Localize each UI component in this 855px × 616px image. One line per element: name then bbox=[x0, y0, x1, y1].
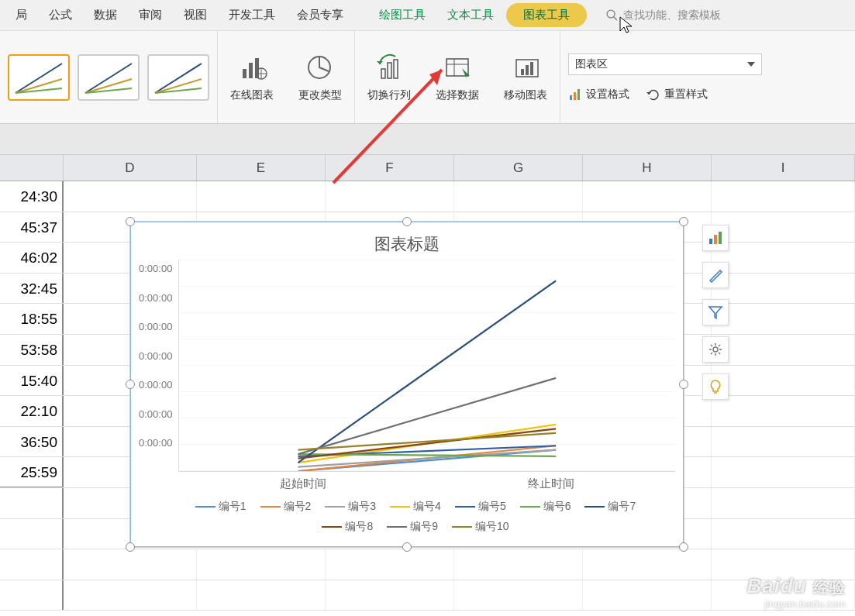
grid-cell[interactable] bbox=[712, 366, 855, 396]
col-header[interactable]: G bbox=[454, 155, 583, 181]
grid-cell[interactable] bbox=[712, 427, 855, 457]
grid-cell[interactable] bbox=[712, 335, 855, 365]
chart-area-selector[interactable]: 图表区 bbox=[568, 53, 762, 75]
legend-item[interactable]: 编号1 bbox=[195, 500, 247, 514]
set-format-button[interactable]: 设置格式 bbox=[568, 88, 629, 102]
grid-cell[interactable] bbox=[712, 549, 855, 580]
resize-handle[interactable] bbox=[126, 217, 135, 226]
data-cell[interactable] bbox=[0, 519, 64, 549]
chart-thumb[interactable] bbox=[8, 54, 70, 101]
menu-item[interactable]: 视图 bbox=[174, 3, 216, 27]
grid-cell[interactable] bbox=[583, 181, 712, 212]
grid-cell[interactable] bbox=[712, 304, 855, 334]
grid-cell[interactable] bbox=[454, 181, 583, 212]
data-cell[interactable] bbox=[0, 580, 64, 611]
menu-tool-chart-active[interactable]: 图表工具 bbox=[506, 3, 587, 27]
chart-title[interactable]: 图表标题 bbox=[139, 233, 675, 255]
grid-row[interactable]: 24:30 bbox=[0, 181, 855, 212]
chart-settings-button[interactable] bbox=[702, 336, 729, 363]
plot-area[interactable]: 起始时间 终止时间 bbox=[178, 260, 675, 472]
grid-cell[interactable] bbox=[64, 181, 197, 212]
legend-item[interactable]: 编号7 bbox=[584, 500, 636, 514]
grid-cell[interactable] bbox=[712, 488, 855, 518]
legend-item[interactable]: 编号9 bbox=[387, 520, 438, 534]
grid-cell[interactable] bbox=[326, 181, 454, 212]
data-cell[interactable] bbox=[0, 549, 64, 580]
grid-cell[interactable] bbox=[64, 580, 197, 611]
grid-cell[interactable] bbox=[583, 580, 712, 611]
grid-cell[interactable] bbox=[712, 457, 855, 487]
chart-thumb[interactable] bbox=[78, 54, 140, 101]
ribbon-change-type[interactable]: 更改类型 bbox=[286, 31, 354, 123]
chart-elements-button[interactable] bbox=[702, 225, 729, 251]
menu-item[interactable]: 数据 bbox=[84, 3, 126, 27]
data-cell[interactable] bbox=[0, 488, 64, 518]
resize-handle[interactable] bbox=[402, 542, 412, 552]
resize-handle[interactable] bbox=[126, 542, 135, 552]
grid-row[interactable] bbox=[0, 580, 855, 611]
data-cell[interactable]: 32:45 bbox=[0, 274, 64, 304]
menu-item[interactable]: 公式 bbox=[40, 3, 81, 27]
grid-cell[interactable] bbox=[712, 243, 855, 273]
col-header[interactable] bbox=[0, 155, 64, 181]
data-cell[interactable]: 22:10 bbox=[0, 396, 64, 426]
ribbon-switch-rowcol[interactable]: 切换行列 bbox=[355, 31, 423, 123]
label: 设置格式 bbox=[586, 88, 629, 102]
reset-style-button[interactable]: 重置样式 bbox=[646, 88, 708, 102]
data-cell[interactable]: 53:58 bbox=[0, 335, 64, 365]
grid-cell[interactable] bbox=[326, 580, 454, 611]
grid-cell[interactable] bbox=[712, 212, 855, 243]
resize-handle[interactable] bbox=[679, 380, 688, 389]
data-cell[interactable]: 15:40 bbox=[0, 366, 64, 396]
ribbon-select-data[interactable]: 选择数据 bbox=[423, 31, 491, 123]
legend-item[interactable]: 编号4 bbox=[390, 500, 441, 514]
menu-item[interactable]: 开发工具 bbox=[219, 3, 284, 27]
legend-item[interactable]: 编号6 bbox=[520, 500, 571, 514]
menu-item[interactable]: 会员专享 bbox=[288, 3, 353, 27]
data-cell[interactable]: 18:55 bbox=[0, 304, 64, 334]
ribbon-move-chart[interactable]: 移动图表 bbox=[491, 31, 560, 123]
resize-handle[interactable] bbox=[402, 217, 412, 226]
grid-cell[interactable] bbox=[712, 181, 855, 212]
data-cell[interactable]: 46:02 bbox=[0, 243, 64, 273]
grid-cell[interactable] bbox=[712, 274, 855, 304]
data-cell[interactable]: 36:50 bbox=[0, 427, 64, 457]
menu-tool-draw[interactable]: 绘图工具 bbox=[370, 3, 435, 27]
grid-cell[interactable] bbox=[712, 580, 855, 611]
col-header[interactable]: D bbox=[64, 155, 197, 181]
resize-handle[interactable] bbox=[679, 217, 688, 226]
chart-filter-button[interactable] bbox=[702, 299, 729, 325]
grid-cell[interactable] bbox=[197, 580, 326, 611]
col-header[interactable]: H bbox=[583, 155, 712, 181]
legend-label: 编号9 bbox=[410, 520, 438, 534]
legend-item[interactable]: 编号10 bbox=[452, 520, 509, 534]
data-cell[interactable]: 24:30 bbox=[0, 181, 64, 212]
resize-handle[interactable] bbox=[126, 380, 135, 389]
legend-label: 编号6 bbox=[543, 500, 571, 514]
svg-point-0 bbox=[607, 10, 615, 18]
col-header[interactable]: F bbox=[326, 155, 454, 181]
grid-cell[interactable] bbox=[197, 181, 326, 212]
select-data-icon bbox=[442, 53, 473, 82]
legend-item[interactable]: 编号2 bbox=[260, 500, 312, 514]
chart-styles-button[interactable] bbox=[702, 262, 729, 288]
resize-handle[interactable] bbox=[679, 542, 688, 552]
menu-item[interactable]: 局 bbox=[6, 3, 36, 27]
grid-cell[interactable] bbox=[712, 519, 855, 549]
ribbon-toolbar: 在线图表 更改类型 切换行列 选择数据 移动图表 图表区 bbox=[0, 31, 855, 124]
chart-insights-button[interactable] bbox=[702, 373, 729, 400]
col-header[interactable]: E bbox=[197, 155, 326, 181]
legend-item[interactable]: 编号8 bbox=[322, 520, 373, 534]
chart-thumb[interactable] bbox=[147, 54, 209, 101]
data-cell[interactable]: 45:37 bbox=[0, 212, 64, 243]
legend-item[interactable]: 编号5 bbox=[455, 500, 506, 514]
col-header[interactable]: I bbox=[712, 155, 855, 181]
legend-item[interactable]: 编号3 bbox=[325, 500, 376, 514]
ribbon-online-chart[interactable]: 在线图表 bbox=[218, 31, 286, 123]
grid-cell[interactable] bbox=[712, 396, 855, 426]
menu-item[interactable]: 审阅 bbox=[129, 3, 171, 27]
grid-cell[interactable] bbox=[454, 580, 583, 611]
chart-object[interactable]: 图表标题 0:00:000:00:000:00:000:00:000:00:00… bbox=[121, 212, 693, 556]
data-cell[interactable]: 25:59 bbox=[0, 457, 64, 487]
menu-tool-text[interactable]: 文本工具 bbox=[438, 3, 503, 27]
